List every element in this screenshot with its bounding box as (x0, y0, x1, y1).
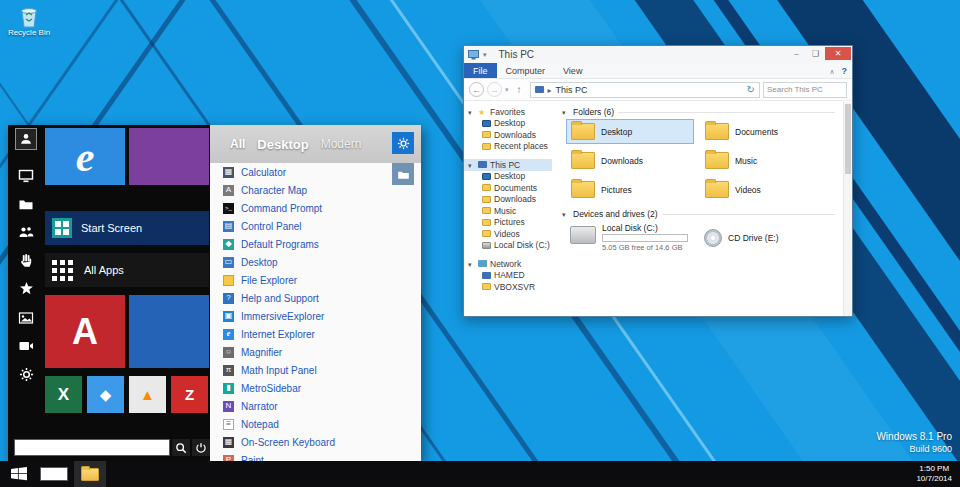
app-item-metro-sidebar[interactable]: ▮MetroSidebar (223, 379, 421, 397)
forward-button[interactable]: → (487, 82, 502, 97)
star-icon[interactable] (15, 277, 37, 299)
app-item-notepad[interactable]: ≡Notepad (223, 415, 421, 433)
help-icon[interactable] (842, 66, 848, 76)
explorer-shortcut-button[interactable] (392, 163, 414, 185)
app-item-magnifier[interactable]: ○Magnifier (223, 343, 421, 361)
app-item-command-prompt[interactable]: >_Command Prompt (223, 199, 421, 217)
vertical-scrollbar[interactable] (843, 102, 852, 316)
minimize-button[interactable] (787, 47, 806, 60)
history-dropdown-icon[interactable]: ▾ (505, 86, 509, 94)
scrollbar-thumb[interactable] (845, 104, 851, 174)
folder-item-videos[interactable]: Videos (700, 177, 828, 202)
nav-network[interactable]: Network (464, 258, 552, 270)
folder-icon[interactable] (15, 193, 37, 215)
taskbar-clock[interactable]: 1:50 PM 10/7/2014 (916, 464, 952, 485)
nav-pc-music[interactable]: Music (464, 205, 552, 217)
start-search-input[interactable] (14, 439, 170, 456)
app-item-immersive-explorer[interactable]: ▣ImmersiveExplorer (223, 307, 421, 325)
up-button[interactable]: ↑ (512, 82, 527, 97)
start-button[interactable] (0, 461, 38, 487)
folder-item-desktop[interactable]: Desktop (566, 119, 694, 144)
hand-icon[interactable] (15, 249, 37, 271)
back-button[interactable]: ← (469, 82, 484, 97)
folder-item-documents[interactable]: Documents (700, 119, 828, 144)
app-item-paint[interactable]: PPaint (223, 451, 421, 461)
video-icon[interactable] (15, 335, 37, 357)
maximize-button[interactable] (806, 47, 825, 60)
nav-label: Desktop (494, 171, 525, 181)
search-input[interactable] (763, 82, 847, 98)
breadcrumb[interactable]: This PC (530, 82, 760, 98)
nav-label: Network (490, 259, 521, 269)
minimize-ribbon-icon[interactable] (829, 66, 834, 76)
expander-icon[interactable] (468, 259, 475, 269)
nav-fav-downloads[interactable]: Downloads (464, 129, 552, 141)
quick-access-toolbar-icon[interactable]: ▾ (483, 51, 487, 59)
people-icon[interactable] (15, 221, 37, 243)
nav-fav-recent-places[interactable]: Recent places (464, 141, 552, 153)
expander-icon[interactable] (468, 107, 475, 117)
nav-pc-downloads[interactable]: Downloads (464, 194, 552, 206)
drive-item-local-disk[interactable]: Local Disk (C:) 5.05 GB free of 14.6 GB (566, 221, 700, 254)
tab-all[interactable]: All (230, 137, 245, 151)
keypad-app-tile[interactable] (129, 128, 209, 185)
search-button[interactable] (172, 439, 190, 456)
settings-gear-button[interactable] (392, 132, 414, 154)
taskbar-file-explorer-button[interactable] (74, 461, 106, 487)
nav-pc-local-disk[interactable]: Local Disk (C:) (464, 240, 552, 252)
vlc-tile[interactable]: ▲ (129, 376, 166, 413)
office-grid-tile[interactable] (129, 295, 209, 368)
breadcrumb-root[interactable]: This PC (556, 85, 588, 95)
app-item-math-input-panel[interactable]: πMath Input Panel (223, 361, 421, 379)
nav-pc-documents[interactable]: Documents (464, 182, 552, 194)
nav-net-hamed[interactable]: HAMED (464, 270, 552, 282)
folder-icon (482, 196, 491, 203)
app-item-desktop[interactable]: ▭Desktop (223, 253, 421, 271)
title-bar[interactable]: ▾ This PC (464, 46, 852, 63)
nav-fav-desktop[interactable]: Desktop (464, 118, 552, 130)
user-icon[interactable] (15, 128, 37, 150)
app-item-internet-explorer[interactable]: eInternet Explorer (223, 325, 421, 343)
tab-file[interactable]: File (464, 63, 497, 78)
all-apps-tile[interactable]: All Apps (45, 253, 209, 287)
nav-pc-videos[interactable]: Videos (464, 228, 552, 240)
folder-item-music[interactable]: Music (700, 148, 828, 173)
dropbox-tile[interactable]: ◆ (87, 376, 124, 413)
folder-item-downloads[interactable]: Downloads (566, 148, 694, 173)
devices-group-header[interactable]: Devices and drives (2) (562, 209, 843, 219)
app-item-on-screen-keyboard[interactable]: ▦On-Screen Keyboard (223, 433, 421, 451)
app-item-default-programs[interactable]: ◆Default Programs (223, 235, 421, 253)
app-item-help-and-support[interactable]: ?Help and Support (223, 289, 421, 307)
tab-computer[interactable]: Computer (497, 63, 555, 78)
tab-desktop[interactable]: Desktop (257, 137, 308, 152)
refresh-icon[interactable] (747, 84, 755, 95)
expander-icon[interactable] (468, 160, 475, 170)
picture-icon[interactable] (15, 307, 37, 329)
nav-this-pc[interactable]: This PC (464, 159, 552, 171)
tab-modern[interactable]: Modern (321, 137, 362, 151)
nav-pc-desktop[interactable]: Desktop (464, 171, 552, 183)
nav-pc-pictures[interactable]: Pictures (464, 217, 552, 229)
gear-icon[interactable] (15, 363, 37, 385)
taskbar-search-input[interactable] (40, 467, 68, 481)
app-item-narrator[interactable]: NNarrator (223, 397, 421, 415)
app-item-file-explorer[interactable]: File Explorer (223, 271, 421, 289)
folder-label: Downloads (601, 156, 643, 166)
adobe-reader-tile[interactable]: A (45, 295, 125, 368)
folder-item-pictures[interactable]: Pictures (566, 177, 694, 202)
display-icon[interactable] (15, 165, 37, 187)
vlc-cone-glyph: ▲ (140, 386, 155, 403)
tab-view[interactable]: View (554, 63, 591, 78)
archiver-tile[interactable]: Z (171, 376, 208, 413)
drive-item-cd[interactable]: CD Drive (E:) (700, 221, 834, 254)
close-button[interactable] (825, 47, 851, 60)
nav-favorites[interactable]: Favorites (464, 106, 552, 118)
power-button[interactable] (192, 439, 210, 456)
start-screen-tile[interactable]: Start Screen (45, 211, 209, 245)
internet-explorer-tile[interactable]: e (45, 128, 125, 185)
folders-group-header[interactable]: Folders (6) (562, 107, 843, 117)
excel-tile[interactable]: X (45, 376, 82, 413)
app-item-control-panel[interactable]: ▤Control Panel (223, 217, 421, 235)
recycle-bin[interactable]: Recycle Bin (6, 4, 52, 37)
nav-net-vboxsvr[interactable]: VBOXSVR (464, 281, 552, 293)
